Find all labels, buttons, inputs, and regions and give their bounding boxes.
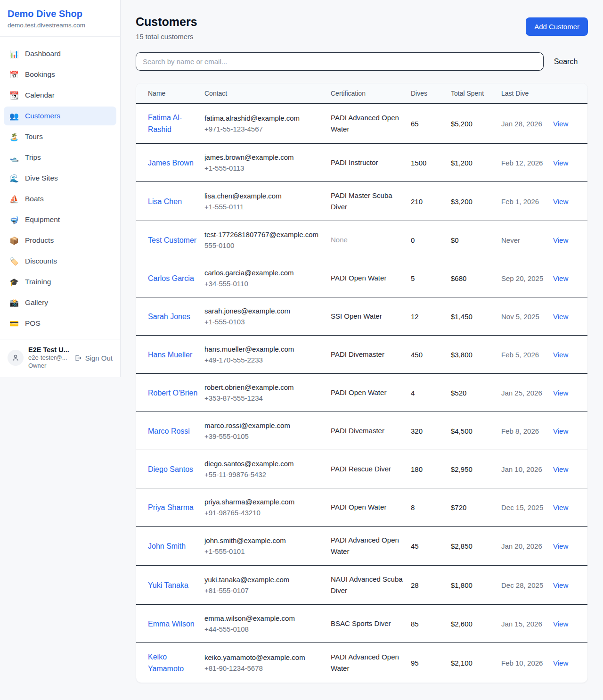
sidebar-item-tours[interactable]: 🏝️ Tours [4, 127, 116, 146]
sidebar-item-training[interactable]: 🎓 Training [4, 272, 116, 291]
customer-phone: +49-170-555-2233 [204, 354, 325, 365]
customer-email: robert.obrien@example.com [204, 382, 325, 393]
sidebar-item-pos[interactable]: 💳 POS [4, 314, 116, 333]
customer-row: Keiko Yamamoto keiko.yamamoto@example.co… [136, 643, 588, 683]
discounts-icon: 🏷️ [9, 257, 19, 266]
customers-table-card: Name Contact Certification Dives Total S… [136, 83, 588, 683]
customers-table: Name Contact Certification Dives Total S… [136, 83, 588, 683]
view-link[interactable]: View [553, 274, 568, 282]
customer-name-link[interactable]: Fatima Al-Rashid [148, 112, 199, 135]
customer-name-link[interactable]: Sarah Jones [148, 311, 190, 322]
customer-total-spent: $1,200 [451, 159, 473, 167]
view-link[interactable]: View [553, 351, 568, 359]
customer-total-spent: $4,500 [451, 427, 473, 435]
customer-email: yuki.tanaka@example.com [204, 574, 325, 585]
sidebar-item-calendar[interactable]: 📆 Calendar [4, 86, 116, 105]
col-header-actions [553, 83, 588, 104]
view-link[interactable]: View [553, 159, 568, 167]
sidebar-item-dive-sites[interactable]: 🌊 Dive Sites [4, 169, 116, 188]
table-header-row: Name Contact Certification Dives Total S… [136, 83, 588, 104]
customer-email: emma.wilson@example.com [204, 613, 325, 624]
customer-name-link[interactable]: John Smith [148, 540, 186, 552]
customer-dives: 320 [411, 427, 423, 435]
view-link[interactable]: View [553, 313, 568, 321]
customer-last-dive: Dec 28, 2025 [501, 581, 543, 589]
customer-row: Lisa Chen lisa.chen@example.com +1-555-0… [136, 182, 588, 221]
sidebar-item-products[interactable]: 📦 Products [4, 231, 116, 250]
customer-last-dive: Jan 20, 2026 [501, 542, 542, 550]
view-link[interactable]: View [553, 620, 568, 628]
customer-last-dive: Feb 5, 2026 [501, 351, 539, 359]
customer-name-link[interactable]: Hans Mueller [148, 349, 192, 361]
customer-certification: PADI Divemaster [331, 427, 384, 435]
search-button[interactable]: Search [544, 58, 588, 66]
main-content: Customers 15 total customers Add Custome… [121, 0, 603, 698]
calendar-icon: 📆 [9, 91, 19, 100]
view-link[interactable]: View [553, 120, 568, 128]
customer-name-link[interactable]: Carlos Garcia [148, 272, 194, 284]
customer-total-spent: $5,200 [451, 120, 473, 128]
sidebar-item-discounts[interactable]: 🏷️ Discounts [4, 252, 116, 271]
customer-last-dive: Nov 5, 2025 [501, 313, 539, 321]
customer-name-link[interactable]: Keiko Yamamoto [148, 651, 199, 675]
customer-certification: PADI Open Water [331, 503, 386, 511]
customer-row: Marco Rossi marco.rossi@example.com +39-… [136, 412, 588, 450]
customer-name-link[interactable]: James Brown [148, 157, 194, 169]
customer-total-spent: $1,800 [451, 581, 473, 589]
customer-last-dive: Feb 10, 2026 [501, 659, 543, 667]
customer-last-dive: Dec 15, 2025 [501, 503, 543, 511]
customer-name-link[interactable]: Yuki Tanaka [148, 579, 188, 591]
search-input[interactable] [136, 52, 544, 71]
view-link[interactable]: View [553, 198, 568, 206]
customer-certification: BSAC Sports Diver [331, 619, 391, 627]
customer-name-link[interactable]: Marco Rossi [148, 425, 190, 437]
customer-name-link[interactable]: Robert O'Brien [148, 387, 197, 399]
sidebar-item-label: Trips [25, 153, 41, 162]
search-row: Search [136, 52, 588, 71]
customer-email: john.smith@example.com [204, 535, 325, 546]
customer-certification: PADI Rescue Diver [331, 465, 391, 473]
customer-name-link[interactable]: Test Customer [148, 234, 196, 246]
sidebar-item-label: Tours [25, 132, 43, 141]
view-link[interactable]: View [553, 659, 568, 667]
view-link[interactable]: View [553, 542, 568, 550]
view-link[interactable]: View [553, 581, 568, 589]
sidebar-item-equipment[interactable]: 🤿 Equipment [4, 210, 116, 229]
dashboard-icon: 📊 [9, 49, 19, 58]
view-link[interactable]: View [553, 465, 568, 473]
customer-phone: 555-0100 [204, 240, 325, 251]
customer-phone: +91-98765-43210 [204, 507, 325, 518]
view-link[interactable]: View [553, 427, 568, 435]
view-link[interactable]: View [553, 503, 568, 511]
sign-out-button[interactable]: Sign Out [74, 354, 113, 362]
customer-name-link[interactable]: Lisa Chen [148, 196, 182, 207]
customer-email: keiko.yamamoto@example.com [204, 652, 325, 663]
sidebar-item-label: Dashboard [25, 49, 61, 58]
sidebar-item-dashboard[interactable]: 📊 Dashboard [4, 44, 116, 63]
view-link[interactable]: View [553, 236, 568, 244]
sidebar-item-label: Dive Sites [25, 174, 58, 182]
sidebar-item-bookings[interactable]: 📅 Bookings [4, 65, 116, 84]
customer-name-link[interactable]: Priya Sharma [148, 502, 194, 513]
products-icon: 📦 [9, 236, 19, 245]
sidebar-item-gallery[interactable]: 📸 Gallery [4, 293, 116, 312]
sidebar-item-boats[interactable]: ⛵ Boats [4, 189, 116, 208]
customer-email: carlos.garcia@example.com [204, 267, 325, 278]
customer-certification: PADI Advanced Open Water [331, 536, 399, 555]
customer-last-dive: Feb 12, 2026 [501, 159, 543, 167]
customer-name-link[interactable]: Diego Santos [148, 463, 193, 475]
add-customer-button[interactable]: Add Customer [526, 17, 588, 36]
customer-phone: +55-11-99876-5432 [204, 469, 325, 480]
customer-phone: +353-87-555-1234 [204, 393, 325, 404]
customer-total-spent: $2,950 [451, 465, 473, 473]
customer-name-link[interactable]: Emma Wilson [148, 618, 195, 630]
sidebar-item-trips[interactable]: 🛥️ Trips [4, 148, 116, 167]
shop-name: Demo Dive Shop [8, 8, 113, 19]
customer-total-spent: $2,600 [451, 620, 473, 628]
sidebar-item-customers[interactable]: 👥 Customers [4, 107, 116, 125]
logout-icon [74, 354, 82, 362]
pos-icon: 💳 [9, 319, 19, 328]
view-link[interactable]: View [553, 389, 568, 397]
sidebar-item-label: Discounts [25, 257, 57, 265]
customer-row: Priya Sharma priya.sharma@example.com +9… [136, 488, 588, 527]
